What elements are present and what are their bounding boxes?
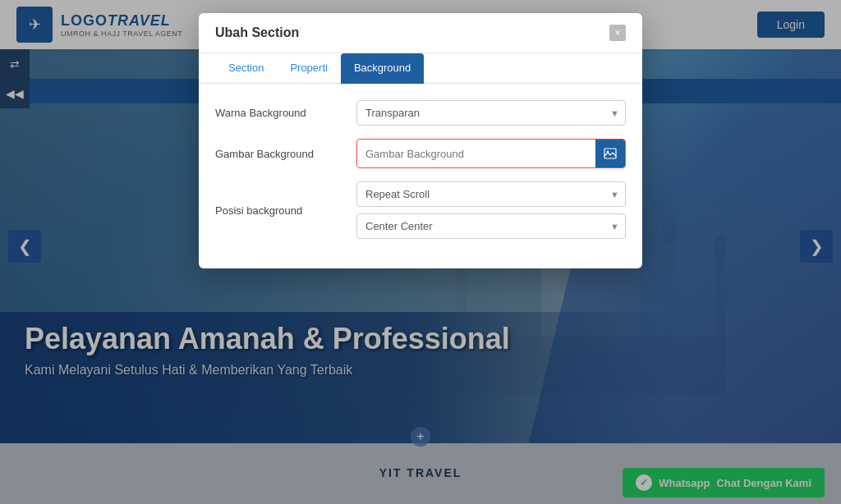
warna-label: Warna Background bbox=[215, 107, 347, 119]
repeat-select-wrapper: Repeat Scroll No Repeat Repeat X Repeat … bbox=[356, 181, 626, 207]
gambar-row: Gambar Background bbox=[215, 139, 626, 168]
posisi-control: Repeat Scroll No Repeat Repeat X Repeat … bbox=[356, 181, 626, 239]
modal-close-button[interactable]: × bbox=[609, 25, 626, 41]
tab-properti[interactable]: Properti bbox=[277, 53, 341, 84]
gambar-input-wrapper bbox=[356, 139, 626, 168]
image-upload-button[interactable] bbox=[595, 140, 625, 167]
image-icon bbox=[604, 147, 617, 160]
svg-rect-11 bbox=[604, 149, 616, 158]
modal-title: Ubah Section bbox=[215, 25, 299, 40]
ubah-section-modal: Ubah Section × Section Properti Backgrou… bbox=[199, 13, 642, 268]
tab-background[interactable]: Background bbox=[341, 53, 424, 84]
repeat-select[interactable]: Repeat Scroll No Repeat Repeat X Repeat … bbox=[356, 181, 626, 207]
gambar-input[interactable] bbox=[357, 142, 595, 166]
warna-select[interactable]: Transparan Putih Hitam bbox=[356, 100, 626, 126]
posisi-row: Posisi background Repeat Scroll No Repea… bbox=[215, 181, 626, 239]
warna-select-wrapper: Transparan Putih Hitam ▼ bbox=[356, 100, 626, 126]
tab-section[interactable]: Section bbox=[215, 53, 277, 84]
warna-control: Transparan Putih Hitam ▼ bbox=[356, 100, 626, 126]
modal-header: Ubah Section × bbox=[199, 13, 642, 53]
posisi-label: Posisi background bbox=[215, 204, 347, 217]
modal-body: Warna Background Transparan Putih Hitam … bbox=[199, 84, 642, 268]
position-selects: Repeat Scroll No Repeat Repeat X Repeat … bbox=[356, 181, 626, 239]
modal-tabs: Section Properti Background bbox=[199, 53, 642, 84]
warna-row: Warna Background Transparan Putih Hitam … bbox=[215, 100, 626, 126]
center-select-wrapper: Center Center Top Left Top Center Bottom… bbox=[356, 213, 626, 239]
gambar-label: Gambar Background bbox=[215, 148, 347, 160]
gambar-control bbox=[356, 139, 626, 168]
center-select[interactable]: Center Center Top Left Top Center Bottom… bbox=[356, 213, 626, 239]
